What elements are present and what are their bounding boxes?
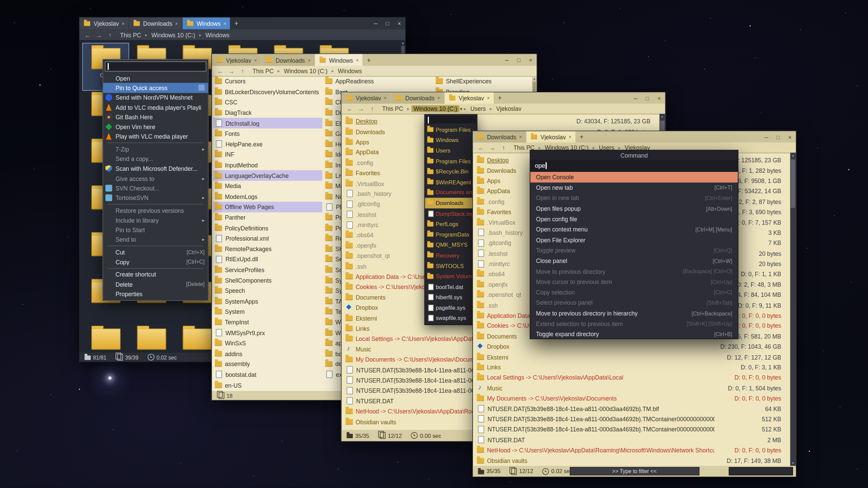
context-menu-item[interactable]: Pin to Quick access ▸: [103, 83, 208, 93]
dropdown-item[interactable]: $Recycle.Bin: [425, 166, 477, 177]
breadcrumb-segment[interactable]: Users: [468, 105, 488, 112]
dropdown-item[interactable]: Recovery: [425, 250, 477, 261]
scrollbar-thumb[interactable]: [791, 159, 795, 208]
breadcrumb-segment[interactable]: Vjekoslav: [494, 105, 524, 112]
titlebar-drag-area[interactable]: [242, 18, 370, 29]
palette-search-input[interactable]: ope: [530, 160, 738, 172]
palette-item[interactable]: Extend selection to previous item [Shift…: [530, 319, 738, 329]
context-menu-item[interactable]: SVN Checkout... ▸: [103, 183, 208, 193]
folder-item[interactable]: Offline Web Page: [83, 324, 129, 353]
context-menu-item[interactable]: TortoiseSVN ▸: [103, 193, 208, 203]
file-row[interactable]: NTUSER.DAT{53b39e88-18c4-11ea-a811-000d3…: [473, 424, 790, 435]
breadcrumb-segment[interactable]: Windows 10 (C:): [411, 105, 459, 112]
dropdown-item[interactable]: Windows: [425, 135, 477, 145]
breadcrumb-segment[interactable]: Windows: [336, 67, 364, 74]
tab-close-icon[interactable]: ×: [437, 95, 440, 101]
file-row[interactable]: SystemApps: [213, 296, 322, 306]
file-row[interactable]: TempInst: [213, 317, 322, 327]
context-menu-item[interactable]: Git Bash Here ▸: [103, 112, 208, 122]
new-tab-button[interactable]: +: [363, 54, 374, 66]
scroll-up-icon[interactable]: ▲: [791, 152, 795, 158]
dropdown-item[interactable]: swapfile.sys: [425, 313, 477, 324]
file-row[interactable]: My Documents -> C:\Users\Vjekoslav\Docum…: [473, 393, 790, 404]
tab-close-icon[interactable]: ×: [122, 21, 124, 26]
context-menu-item[interactable]: Delete [Delete] ▸: [103, 279, 208, 289]
tab-close-icon[interactable]: ×: [223, 21, 226, 26]
forward-button[interactable]: →: [489, 144, 496, 151]
context-menu-item[interactable]: Play with VLC media player ▸: [103, 132, 208, 142]
context-menu-item[interactable]: Include in library ▸: [103, 215, 208, 225]
type-to-filter-hint[interactable]: >> Type to filter <<: [570, 467, 699, 475]
dropdown-item[interactable]: System Volume...: [425, 271, 477, 282]
back-button[interactable]: ←: [477, 144, 485, 151]
tab-bar[interactable]: Downloads × Vjekoslav × + ─ □ ×: [473, 131, 796, 142]
forward-button[interactable]: →: [228, 67, 235, 74]
breadcrumb-segment[interactable]: Windows: [203, 31, 232, 38]
file-row[interactable]: Obsidian vaults D: 17, F: 149, 38 MB: [473, 455, 790, 466]
dropdown-item[interactable]: DumpStack.log...: [425, 208, 477, 219]
context-menu-item[interactable]: Copy [Ctrl+C] ▸: [103, 257, 208, 267]
file-row[interactable]: BitLockerDiscoveryVolumeContents: [213, 86, 322, 97]
tab[interactable]: Vjekoslav ×: [445, 93, 493, 104]
file-row[interactable]: Professional.xml: [213, 233, 322, 244]
context-menu-item[interactable]: Give access to ▸: [103, 174, 208, 183]
dropdown-item[interactable]: PerfLogs: [425, 219, 477, 229]
file-row[interactable]: LanguageOverlayCache: [213, 170, 322, 181]
maximize-button[interactable]: □: [381, 20, 393, 26]
status-filter-input[interactable]: [729, 467, 793, 475]
palette-item[interactable]: Open new tab [Ctrl+T]: [530, 182, 738, 193]
file-row[interactable]: WMSysPr9.prx: [213, 327, 322, 338]
file-row[interactable]: RemotePackages: [213, 244, 322, 254]
maximize-button[interactable]: □: [772, 134, 784, 140]
file-row[interactable]: WinSxS: [213, 338, 322, 348]
file-row[interactable]: ModemLogs: [213, 191, 322, 202]
palette-item[interactable]: Open in new tab [Ctrl+Enter]: [530, 193, 738, 203]
file-row[interactable]: Dropbox D: 230, F: 1043, 46 GB: [473, 341, 790, 352]
dropdown-item[interactable]: QMK_MSYS: [425, 240, 477, 250]
tab[interactable]: Windows ×: [315, 54, 363, 66]
context-menu-item[interactable]: Open Vim here ▸: [103, 122, 208, 132]
tab[interactable]: Downloads ×: [473, 131, 526, 142]
dropdown-item[interactable]: Downloads: [425, 198, 477, 208]
palette-item[interactable]: Open context menu [Ctrl+M] [Menu]: [530, 224, 738, 235]
file-row[interactable]: DtcInstall.log: [213, 118, 322, 128]
file-row[interactable]: AppReadiness: [323, 76, 433, 86]
maximize-button[interactable]: □: [513, 57, 525, 63]
palette-item[interactable]: Open Console: [530, 172, 738, 182]
file-row[interactable]: Links D: 0, F: 3, 1 KB: [473, 362, 790, 373]
dropdown-item[interactable]: ProgramData: [425, 229, 477, 240]
tab[interactable]: Vjekoslav ×: [212, 54, 261, 66]
up-button[interactable]: ↑: [369, 105, 376, 112]
context-menu-item[interactable]: Send a copy... ▸: [103, 154, 208, 164]
tab[interactable]: Downloads ×: [129, 18, 182, 29]
breadcrumb-segment[interactable]: This PC: [250, 67, 276, 74]
tab[interactable]: Windows ×: [182, 18, 230, 29]
new-tab-button[interactable]: +: [576, 131, 587, 142]
file-row[interactable]: ShellComponents: [213, 275, 322, 286]
context-menu-item[interactable]: ▸: [107, 246, 203, 246]
minimize-button[interactable]: ─: [501, 57, 513, 63]
context-menu-item[interactable]: Properties ▸: [103, 289, 208, 299]
back-button[interactable]: ←: [346, 105, 354, 112]
new-tab-button[interactable]: +: [494, 93, 505, 104]
dropdown-filter-input[interactable]: [426, 116, 476, 123]
file-row[interactable]: ServiceProfiles: [213, 265, 322, 275]
tab-close-icon[interactable]: ×: [254, 57, 257, 63]
dropdown-item[interactable]: pagefile.sys: [425, 303, 477, 313]
context-menu-item[interactable]: Scan with Microsoft Defender... ▸: [103, 164, 208, 174]
palette-item[interactable]: Move to previous directory [Backspace] […: [530, 266, 738, 277]
dropdown-item[interactable]: hiberfil.sys: [425, 292, 477, 303]
file-row[interactable]: Cursors: [213, 76, 322, 86]
dropdown-item[interactable]: $WinREAgent: [425, 177, 477, 187]
file-row[interactable]: Desktop D: 43034, F: 125185, 23 GB: [341, 116, 659, 126]
file-row[interactable]: NTUSER.DAT{53b39e88-18c4-11ea-a811-000d3…: [473, 404, 790, 414]
titlebar-drag-area[interactable]: [374, 54, 501, 66]
back-button[interactable]: ←: [84, 31, 92, 38]
breadcrumb-segment[interactable]: This PC: [118, 31, 143, 38]
dropdown-item[interactable]: Users: [425, 145, 477, 156]
file-row[interactable]: en-US: [213, 380, 322, 390]
tab-close-icon[interactable]: ×: [384, 95, 387, 101]
file-row[interactable]: assembly: [213, 359, 322, 369]
file-row[interactable]: NTUSER.DAT 2 MB: [473, 435, 790, 445]
palette-item[interactable]: Toggle preview [Ctrl+Q]: [530, 245, 738, 256]
